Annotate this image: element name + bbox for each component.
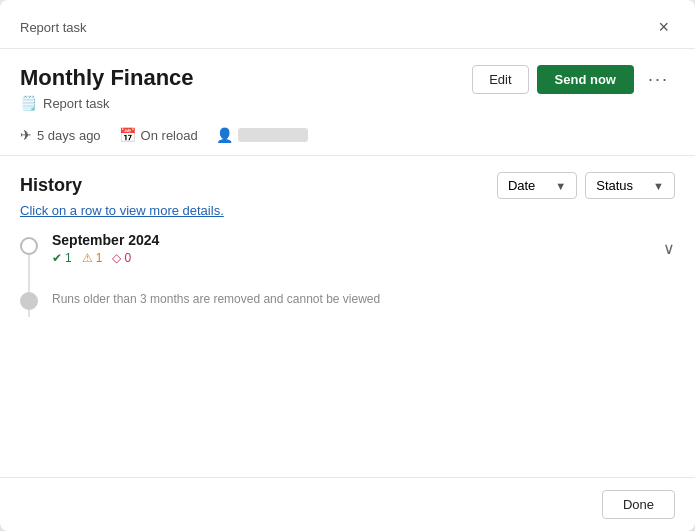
warning-icon: ⚠ [82, 251, 93, 265]
old-runs-notice: Runs older than 3 months are removed and… [52, 292, 380, 306]
expand-icon: ∨ [663, 239, 675, 258]
task-header: Monthly Finance 🗒️ Report task Edit Send… [20, 65, 675, 111]
timeline: September 2024 ✔ 1 ⚠ 1 [20, 232, 675, 317]
task-meta: ✈ 5 days ago 📅 On reload 👤 [20, 127, 675, 143]
date-filter-label: Date [508, 178, 535, 193]
badge-success: ✔ 1 [52, 251, 72, 265]
date-filter-chevron-icon: ▼ [555, 180, 566, 192]
task-subtitle-label: Report task [43, 96, 109, 111]
task-actions: Edit Send now ··· [472, 65, 675, 94]
success-count: 1 [65, 251, 72, 265]
task-subtitle: 🗒️ Report task [20, 95, 194, 111]
avatar-placeholder [238, 128, 308, 142]
timeline-item-old: Runs older than 3 months are removed and… [48, 289, 675, 307]
task-title: Monthly Finance [20, 65, 194, 91]
warning-count: 1 [96, 251, 103, 265]
report-task-icon: 🗒️ [20, 95, 37, 111]
calendar-icon: 📅 [119, 127, 136, 143]
timeline-item-header[interactable]: September 2024 ✔ 1 ⚠ 1 [52, 232, 675, 265]
history-section: History Date ▼ Status ▼ Click on a row t… [20, 156, 675, 477]
timeline-item-september[interactable]: September 2024 ✔ 1 ⚠ 1 [48, 232, 675, 265]
modal-header: Report task × [0, 0, 695, 49]
status-filter-label: Status [596, 178, 633, 193]
edit-button[interactable]: Edit [472, 65, 528, 94]
success-icon: ✔ [52, 251, 62, 265]
timeline-dot-september [20, 237, 38, 255]
reload-label: On reload [141, 128, 198, 143]
timeline-item-content: September 2024 ✔ 1 ⚠ 1 [52, 232, 159, 265]
close-button[interactable]: × [652, 16, 675, 38]
badge-warning: ⚠ 1 [82, 251, 103, 265]
modal-body: Monthly Finance 🗒️ Report task Edit Send… [0, 49, 695, 477]
timeline-dot-old [20, 292, 38, 310]
modal: Report task × Monthly Finance 🗒️ Report … [0, 0, 695, 531]
history-filters: Date ▼ Status ▼ [497, 172, 675, 199]
history-hint-text: Click on a row to view more details. [20, 203, 224, 218]
modal-footer: Done [0, 477, 695, 531]
done-button[interactable]: Done [602, 490, 675, 519]
error-icon: ◇ [112, 251, 121, 265]
error-count: 0 [124, 251, 131, 265]
history-title: History [20, 175, 82, 196]
meta-user: 👤 [216, 127, 308, 143]
send-icon: ✈ [20, 127, 32, 143]
date-filter[interactable]: Date ▼ [497, 172, 577, 199]
task-title-block: Monthly Finance 🗒️ Report task [20, 65, 194, 111]
modal-title: Report task [20, 20, 86, 35]
send-now-button[interactable]: Send now [537, 65, 634, 94]
status-filter[interactable]: Status ▼ [585, 172, 675, 199]
meta-reload: 📅 On reload [119, 127, 198, 143]
status-filter-chevron-icon: ▼ [653, 180, 664, 192]
timeline-badges: ✔ 1 ⚠ 1 ◇ 0 [52, 251, 159, 265]
history-header: History Date ▼ Status ▼ [20, 172, 675, 199]
meta-time: ✈ 5 days ago [20, 127, 101, 143]
history-hint[interactable]: Click on a row to view more details. [20, 203, 675, 218]
timeline-item-month: September 2024 [52, 232, 159, 248]
more-options-button[interactable]: ··· [642, 65, 675, 94]
user-icon: 👤 [216, 127, 233, 143]
badge-error: ◇ 0 [112, 251, 131, 265]
time-ago-label: 5 days ago [37, 128, 101, 143]
